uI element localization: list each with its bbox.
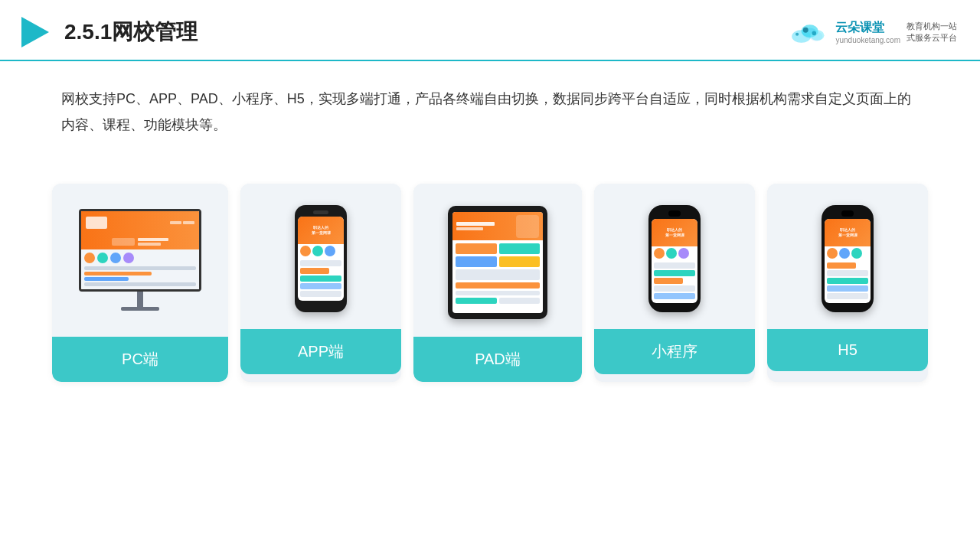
icon3	[110, 253, 121, 263]
screen-rows	[298, 258, 344, 299]
mp-screen-top: 职达人的第一堂网课	[652, 219, 697, 246]
banner-img	[112, 238, 135, 246]
screen-bar1	[84, 266, 196, 270]
card-label-pc: PC端	[52, 337, 228, 382]
card-label-pad: PAD端	[413, 337, 582, 382]
card-label-app: APP端	[240, 329, 401, 374]
screen-bar4	[84, 282, 196, 286]
t-block7	[456, 291, 540, 295]
description-text: 网校支持PC、APP、PAD、小程序、H5，实现多端打通，产品各终端自由切换，数…	[0, 61, 980, 153]
nav-item	[183, 221, 194, 224]
logo-name: 云朵课堂	[835, 20, 900, 36]
card-label-miniprogram: 小程序	[594, 329, 755, 374]
mp-row2	[654, 270, 695, 276]
pc-image-area	[52, 184, 228, 337]
monitor-screen	[79, 209, 201, 292]
app-phone: 职达人的第一堂网课	[295, 205, 347, 312]
t-block9	[499, 298, 541, 304]
app-icon-row	[298, 244, 344, 258]
th1	[456, 222, 495, 226]
row1	[300, 260, 341, 266]
mp-dot3	[678, 248, 689, 259]
header-left: 2.5.1网校管理	[15, 14, 198, 51]
h5-dot2	[839, 248, 850, 259]
dot2	[312, 246, 323, 256]
t-block2	[499, 243, 541, 254]
pc-monitor	[79, 209, 201, 316]
h5-dot3	[851, 248, 862, 259]
h5-dot1	[827, 248, 838, 259]
h5-icon-row	[825, 246, 871, 260]
description-content: 网校支持PC、APP、PAD、小程序、H5，实现多端打通，产品各终端自由切换，数…	[61, 86, 919, 138]
card-app: 职达人的第一堂网课 APP端	[240, 184, 401, 382]
monitor-screen-inner	[81, 211, 199, 289]
monitor-base	[121, 307, 159, 311]
monitor-stand	[137, 292, 143, 307]
monitor-nav	[109, 221, 194, 224]
phone-screen: 职达人的第一堂网课	[298, 217, 344, 301]
t-block6	[456, 282, 540, 289]
card-h5: 职达人的第一堂网课 H5	[767, 184, 928, 382]
icon4	[123, 253, 134, 263]
t-block8	[456, 298, 497, 304]
h5-screen-top: 职达人的第一堂网课	[825, 219, 871, 246]
logo-slogan: 教育机构一站 式服务云平台	[906, 21, 957, 44]
miniprogram-image-area: 职达人的第一堂网课	[594, 184, 755, 329]
tablet-header-text	[456, 222, 516, 230]
svg-point-9	[812, 31, 817, 36]
banner-line	[138, 243, 161, 246]
svg-point-7	[796, 33, 799, 36]
h5-row1	[827, 262, 856, 269]
header: 2.5.1网校管理 云朵课堂 yunduoketang.com 教育机构一站 式…	[0, 0, 980, 61]
mp-top-text: 职达人的第一堂网课	[665, 227, 684, 237]
tablet-body	[452, 240, 543, 307]
h5-row3	[827, 278, 868, 284]
svg-marker-0	[21, 17, 49, 47]
screen-top: 职达人的第一堂网课	[298, 217, 344, 243]
row5	[300, 291, 341, 297]
t-block5	[456, 269, 540, 280]
mp-row1	[654, 262, 695, 269]
tablet-screen	[452, 212, 543, 313]
pad-image-area	[413, 184, 582, 337]
mp-rows	[652, 260, 697, 302]
mp-icon-row	[652, 246, 697, 260]
card-label-h5: H5	[767, 329, 928, 371]
dot1	[300, 246, 311, 256]
card-pad: PAD端	[413, 184, 582, 382]
tablet-img	[516, 215, 539, 238]
screen-bar2	[84, 272, 152, 276]
play-icon	[15, 14, 52, 51]
tablet	[448, 206, 547, 319]
phone-notch	[313, 210, 328, 214]
logo-cloud-icon	[786, 18, 829, 46]
t-block1	[456, 243, 497, 254]
card-pc: PC端	[52, 184, 228, 382]
logo-domain: yunduoketang.com	[835, 36, 900, 44]
monitor-content	[81, 249, 199, 289]
mp-dot2	[666, 248, 677, 259]
monitor-top-bar	[81, 211, 199, 233]
icon-row	[84, 253, 196, 263]
h5-phone: 职达人的第一堂网课	[822, 205, 874, 312]
h5-row2	[827, 270, 868, 276]
h5-screen: 职达人的第一堂网课	[825, 219, 871, 303]
nav-item	[170, 221, 181, 224]
th2	[456, 227, 483, 230]
h5-row4	[827, 285, 868, 292]
logo-area: 云朵课堂 yunduoketang.com 教育机构一站 式服务云平台	[786, 18, 957, 46]
dot3	[325, 246, 335, 256]
row2	[300, 268, 329, 274]
h5-top-text: 职达人的第一堂网课	[838, 227, 858, 237]
monitor-logo	[86, 217, 107, 229]
logo-text-area: 云朵课堂 yunduoketang.com	[835, 20, 900, 44]
miniprogram-screen: 职达人的第一堂网课	[652, 219, 697, 303]
mp-row3	[654, 278, 683, 284]
h5-notch	[841, 210, 854, 217]
banner-text	[138, 238, 168, 246]
phone-notch2	[668, 210, 681, 217]
cards-container: PC端 职达人的第一堂网课	[0, 161, 980, 405]
card-miniprogram: 职达人的第一堂网课 小程序	[594, 184, 755, 382]
row4	[300, 283, 341, 289]
svg-point-8	[803, 28, 808, 33]
